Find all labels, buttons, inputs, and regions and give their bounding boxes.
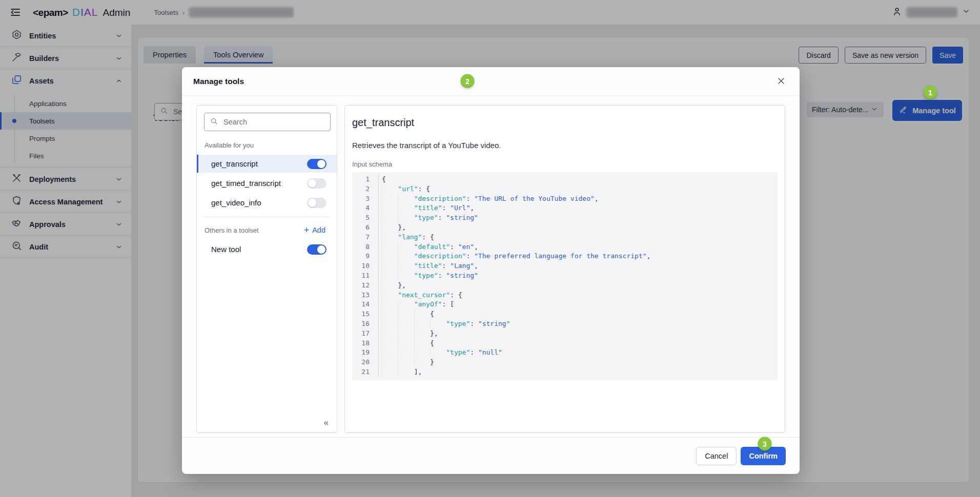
code-line: 11 "type": "string": [352, 271, 778, 281]
tool-list-item-new-tool[interactable]: New tool: [197, 240, 337, 258]
tool-list-item-get_timed_transcript[interactable]: get_timed_transcript: [197, 174, 337, 192]
code-line: 20 }: [352, 358, 778, 367]
section-label: Others in a toolset: [205, 226, 259, 234]
code-line: 5 "type": "string": [352, 213, 778, 223]
toggle-new-tool[interactable]: [307, 244, 326, 255]
tool-list: Available for youget_transcriptget_timed…: [197, 138, 337, 258]
collapse-panel-button[interactable]: «: [321, 417, 332, 428]
code-line: 4 "title": "Url",: [352, 203, 778, 213]
modal-header: Manage tools: [182, 67, 800, 96]
toggle-get_transcript[interactable]: [307, 159, 326, 169]
code-line: 21 ],: [352, 367, 778, 377]
toggle-get_video_info[interactable]: [307, 198, 326, 208]
modal-footer: Cancel Confirm: [182, 437, 800, 474]
code-line: 2 "url": {: [352, 184, 778, 194]
code-line: 9 "description": "The preferred language…: [352, 252, 778, 261]
code-line: 3 "description": "The URL of the YouTube…: [352, 194, 778, 204]
section-header: Available for you: [197, 138, 337, 153]
code-line: 6 },: [352, 223, 778, 233]
toggle-get_timed_transcript[interactable]: [307, 178, 326, 189]
toggle-knob: [308, 199, 316, 207]
code-line: 18 {: [352, 339, 778, 348]
code-line: 14 "anyOf": [: [352, 300, 778, 309]
code-line: 19 "type": "null": [352, 348, 778, 358]
add-tool-button[interactable]: +Add: [301, 225, 329, 235]
section-divider: [204, 217, 330, 217]
tool-name: New tool: [211, 245, 307, 254]
tool-name: get_timed_transcript: [211, 179, 307, 188]
tool-detail-description: Retrieves the transcript of a YouTube vi…: [352, 141, 778, 150]
code-line: 12 },: [352, 281, 778, 291]
tool-detail-name: get_transcript: [352, 117, 778, 129]
toggle-knob: [317, 160, 325, 168]
manage-tools-modal: Manage tools Available for youget_transc…: [182, 67, 800, 474]
annotation-badge-2: 2: [461, 74, 475, 88]
section-label: Available for you: [205, 141, 254, 149]
tool-detail-panel: get_transcript Retrieves the transcript …: [344, 105, 785, 433]
code-line: 1{: [352, 175, 778, 184]
modal-title: Manage tools: [193, 77, 244, 86]
modal-search-input[interactable]: [222, 117, 326, 127]
code-line: 13 "next_cursor": {: [352, 291, 778, 300]
search-icon: [210, 117, 218, 128]
close-icon[interactable]: [776, 76, 786, 86]
code-line: 16 "type": "string": [352, 319, 778, 329]
tool-name: get_video_info: [211, 198, 307, 207]
tool-list-item-get_transcript[interactable]: get_transcript: [197, 155, 337, 173]
toggle-knob: [308, 179, 316, 188]
code-line: 7 "lang": {: [352, 233, 778, 242]
toggle-knob: [317, 245, 325, 254]
cancel-button[interactable]: Cancel: [696, 447, 737, 465]
app: <epam> DIAL Admin Toolsets › EntitiesBui…: [0, 0, 980, 497]
code-line: 17 },: [352, 329, 778, 339]
section-header: Others in a toolset+Add: [197, 222, 337, 239]
annotation-badge-3: 3: [758, 437, 772, 451]
annotation-badge-1: 1: [924, 86, 937, 99]
code-line: 10 "title": "Lang",: [352, 261, 778, 271]
tool-list-item-get_video_info[interactable]: get_video_info: [197, 194, 337, 212]
modal-search: [204, 113, 331, 131]
code-line: 15 {: [352, 309, 778, 319]
tool-name: get_transcript: [211, 159, 307, 168]
code-line: 8 "default": "en",: [352, 242, 778, 252]
plus-icon: +: [304, 226, 310, 234]
tool-list-panel: Available for youget_transcriptget_timed…: [196, 105, 337, 433]
schema-code-editor[interactable]: 1{2 "url": {3 "description": "The URL of…: [352, 172, 778, 380]
input-schema-label: Input schema: [352, 160, 778, 168]
